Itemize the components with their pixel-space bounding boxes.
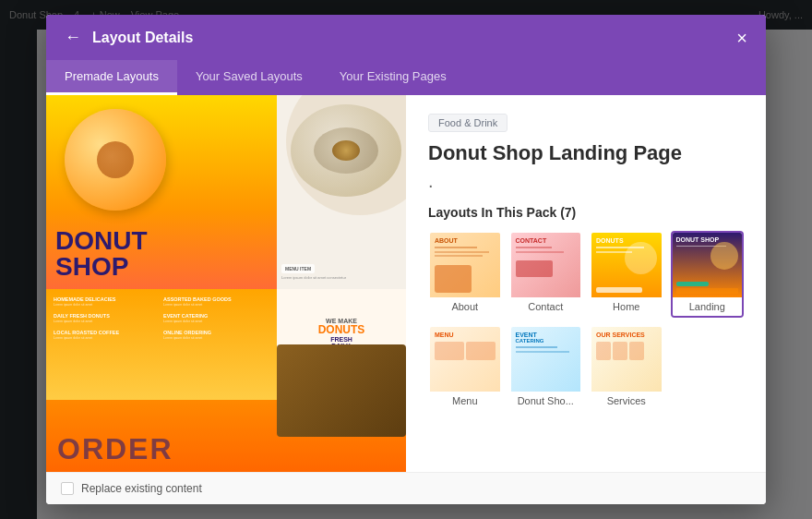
thumb-image-about: ABOUT <box>430 233 500 297</box>
replace-content-label: Replace existing content <box>81 482 202 495</box>
tab-existing-pages[interactable]: Your Existing Pages <box>321 60 465 95</box>
service-block <box>613 342 627 360</box>
thumb-about-content: ABOUT <box>435 237 496 259</box>
layout-dot: . <box>428 171 744 192</box>
food-photo-bg <box>277 344 406 437</box>
thumb-label-home: Home <box>591 297 662 316</box>
menu-item-desc: Lorem ipsum dolor sit amet <box>54 303 160 308</box>
thumb-bar <box>435 255 483 257</box>
modal-body: DONUT SHOP <box>46 95 766 472</box>
layout-thumb-home[interactable]: DONUTS Home <box>590 231 663 318</box>
menu-item-desc: Lorem ipsum dolor sit amet <box>54 336 160 341</box>
preview-left-top: DONUT SHOP <box>46 95 277 289</box>
donut-preview-image: DONUT SHOP <box>46 95 406 472</box>
preview-donut-title-line1: DONUT <box>55 228 268 254</box>
layout-thumb-services[interactable]: OUR SERVICES Services <box>590 325 663 412</box>
preview-right-top: MENU ITEM Lorem ipsum dolor sit amet con… <box>277 95 406 289</box>
back-button[interactable]: ← <box>65 28 81 47</box>
layout-details-modal: ← Layout Details × Premade Layouts Your … <box>46 15 766 504</box>
thumb-image-contact: CONTACT <box>511 233 581 297</box>
thumb-donut-shop-content: EVENT CATERING <box>516 332 577 355</box>
modal-header-left: ← Layout Details <box>65 28 193 47</box>
menu-item-desc: Lorem ipsum dolor sit amet <box>163 336 269 341</box>
thumb-img-block <box>435 265 472 293</box>
replace-content-checkbox[interactable] <box>61 482 74 495</box>
donut-hole <box>97 141 134 178</box>
menu-col-1: HOMEMADE DELICACIES Lorem ipsum dolor si… <box>54 296 160 341</box>
category-badge: Food & Drink <box>428 114 508 132</box>
thumb-contact-tag: CONTACT <box>516 237 577 244</box>
thumb-image-home: DONUTS <box>591 233 662 297</box>
menu-col-2: ASSORTED BAKED GOODS Lorem ipsum dolor s… <box>163 296 269 341</box>
donut-top <box>332 140 360 161</box>
preview-mid-left: HOMEMADE DELICACIES Lorem ipsum dolor si… <box>46 289 277 400</box>
thumb-bar <box>435 247 477 248</box>
fresh-line2: DONUTS <box>316 324 366 336</box>
thumb-image-menu: MENU <box>430 327 500 392</box>
modal-header: ← Layout Details × <box>46 15 766 60</box>
blueberry-donut-bg <box>291 104 401 197</box>
thumb-services-content: OUR SERVICES <box>596 332 657 360</box>
services-icons-row <box>596 342 657 360</box>
thumb-donut-shop-tag2: CATERING <box>516 338 577 344</box>
modal-title: Layout Details <box>92 30 193 46</box>
menu-tag-1: MENU ITEM <box>281 264 315 273</box>
thumb-menu-content: MENU <box>435 332 496 360</box>
menu-item-name: EVENT CATERING <box>163 313 269 319</box>
layout-thumb-contact[interactable]: CONTACT Contact <box>509 231 583 318</box>
thumb-label-landing: Landing <box>673 297 743 316</box>
modal-tabs: Premade Layouts Your Saved Layouts Your … <box>46 60 766 95</box>
plate-circle <box>314 127 378 174</box>
content-panel: Food & Drink Donut Shop Landing Page . L… <box>406 95 766 472</box>
thumb-image-services: OUR SERVICES <box>591 327 662 392</box>
layout-thumb-landing[interactable]: DONUT SHOP Landing <box>671 231 745 318</box>
fresh-line3: FRESH <box>316 336 366 343</box>
preview-top-section: DONUT SHOP <box>46 95 406 289</box>
menu-item-name: DAILY FRESH DONUTS <box>54 313 160 319</box>
thumb-donut-circle <box>625 242 657 274</box>
menu-item-desc: Lorem ipsum dolor sit amet <box>163 320 269 324</box>
menu-item-name: LOCAL ROASTED COFFEE <box>54 330 160 335</box>
thumb-label-contact: Contact <box>511 297 581 316</box>
tab-premade-layouts[interactable]: Premade Layouts <box>46 60 177 95</box>
thumb-image-donut-shop: EVENT CATERING <box>511 327 581 392</box>
thumb-menu-tag: MENU <box>435 332 496 338</box>
layouts-grid: ABOUT About <box>428 231 744 412</box>
service-block <box>596 342 611 360</box>
menu-item-desc: Lorem ipsum dolor sit amet <box>54 320 160 324</box>
menu-block <box>466 342 496 360</box>
preview-panel: DONUT SHOP <box>46 95 406 472</box>
thumb-label-services: Services <box>591 392 662 410</box>
modal-close-button[interactable]: × <box>736 29 747 47</box>
donut-circle <box>65 109 166 211</box>
thumb-bar <box>516 351 570 353</box>
thumb-bar <box>516 251 564 253</box>
thumb-bar <box>516 346 558 348</box>
menu-block <box>435 342 464 360</box>
preview-donut-title-line2: SHOP <box>55 254 268 280</box>
donut-title-block: DONUT SHOP <box>55 228 268 280</box>
thumb-bar <box>516 247 552 248</box>
order-big-text: ORDER <box>57 432 173 466</box>
layout-thumb-menu[interactable]: MENU Menu <box>428 325 502 412</box>
thumb-label-menu: Menu <box>430 392 500 410</box>
thumb-btn <box>676 282 709 286</box>
thumb-bottom-bar <box>676 288 739 294</box>
thumb-donut-mini <box>710 242 738 270</box>
menu-tag-desc: Lorem ipsum dolor sit amet consectetur <box>281 275 401 280</box>
menu-item-desc: Lorem ipsum dolor sit amet <box>163 303 269 308</box>
thumb-bar <box>435 251 489 253</box>
service-block <box>629 342 644 360</box>
layout-thumb-about[interactable]: ABOUT About <box>428 231 502 318</box>
thumb-donut-shop-tag: EVENT <box>516 332 577 338</box>
tab-saved-layouts[interactable]: Your Saved Layouts <box>177 60 321 95</box>
thumb-image-landing: DONUT SHOP <box>673 233 743 297</box>
menu-grid <box>435 342 496 360</box>
layout-thumb-donut-shop[interactable]: EVENT CATERING Donut Sho... <box>509 325 583 412</box>
menu-item-name: ASSORTED BAKED GOODS <box>163 296 269 302</box>
thumb-form-block <box>516 260 553 277</box>
thumb-btn <box>596 287 642 293</box>
thumb-about-tag: ABOUT <box>435 237 496 244</box>
preview-bottom-section: ORDER <box>46 400 406 472</box>
pack-title: Layouts In This Pack (7) <box>428 205 744 220</box>
